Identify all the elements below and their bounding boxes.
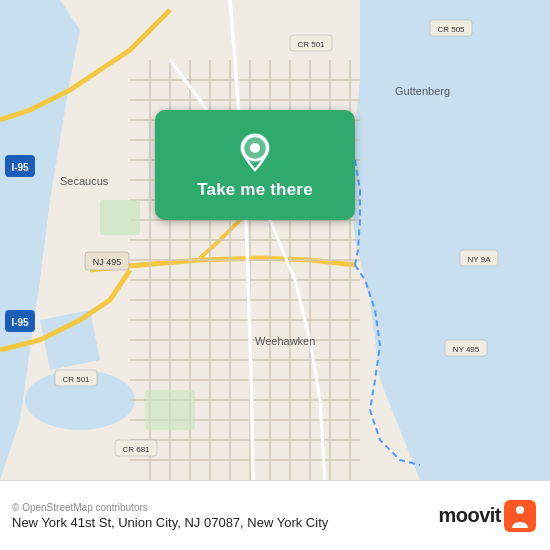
svg-text:I-95: I-95	[11, 317, 29, 328]
svg-text:CR 681: CR 681	[122, 445, 150, 454]
svg-text:Guttenberg: Guttenberg	[395, 85, 450, 97]
moovit-icon	[504, 500, 536, 532]
moovit-logo: moovit	[438, 500, 536, 532]
svg-text:CR 505: CR 505	[437, 25, 465, 34]
svg-text:NY 495: NY 495	[453, 345, 480, 354]
take-me-there-label: Take me there	[197, 180, 313, 200]
svg-marker-4	[40, 310, 100, 370]
svg-rect-58	[145, 390, 195, 430]
svg-point-63	[516, 506, 524, 514]
bottom-bar: © OpenStreetMap contributors New York 41…	[0, 480, 550, 550]
map-container: I-95 I-95 NJ 495 CR 501 CR 505 CR 501 CR…	[0, 0, 550, 480]
svg-rect-57	[100, 200, 140, 235]
map-pin-icon	[236, 130, 274, 174]
svg-text:Secaucus: Secaucus	[60, 175, 109, 187]
bottom-info: © OpenStreetMap contributors New York 41…	[12, 502, 328, 530]
svg-text:CR 501: CR 501	[297, 40, 325, 49]
svg-text:NY 9A: NY 9A	[468, 255, 492, 264]
svg-text:NJ 495: NJ 495	[93, 257, 122, 267]
svg-point-61	[250, 143, 260, 153]
svg-text:Weehawken: Weehawken	[255, 335, 315, 347]
osm-credit: © OpenStreetMap contributors	[12, 502, 328, 513]
moovit-brand-name: moovit	[438, 504, 501, 527]
svg-text:I-95: I-95	[11, 162, 29, 173]
address-line: New York 41st St, Union City, NJ 07087, …	[12, 515, 328, 530]
take-me-there-button[interactable]: Take me there	[155, 110, 355, 220]
svg-text:CR 501: CR 501	[62, 375, 90, 384]
